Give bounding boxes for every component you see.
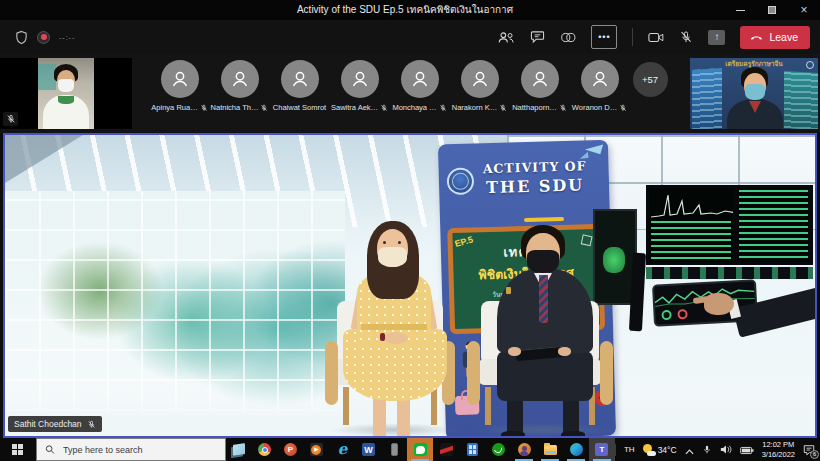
guest-leg	[373, 399, 386, 438]
teams-icon: T	[595, 443, 608, 456]
self-video	[38, 58, 94, 129]
calculator-icon	[467, 443, 478, 456]
participant-item[interactable]: Natthaporn…	[513, 60, 567, 112]
participant-mic-muted-icon	[380, 104, 388, 112]
taskbar-file-explorer[interactable]	[537, 438, 563, 461]
mic-muted-button[interactable]	[679, 30, 693, 44]
leave-label: Leave	[769, 31, 798, 43]
meeting-status: --:--	[15, 20, 75, 54]
window-controls: ×	[724, 0, 820, 20]
toolbar-divider	[632, 28, 633, 46]
taskbar-powerpoint[interactable]: P	[278, 438, 304, 461]
tray-mic-button[interactable]	[702, 441, 712, 459]
battery-icon	[740, 446, 754, 455]
search-input[interactable]	[61, 444, 217, 456]
start-button[interactable]	[0, 438, 36, 461]
participant-item[interactable]: Narakorn K…	[453, 60, 507, 112]
avatar	[161, 60, 199, 98]
self-video-thumbnail[interactable]	[0, 58, 132, 129]
notification-badge: 6	[810, 450, 819, 459]
host-striped-tie	[539, 275, 548, 323]
participant-item[interactable]: Apinya Rua…	[153, 60, 207, 112]
participant-name-row: Sawitra Aek…	[331, 103, 388, 112]
participant-item[interactable]: Sawitra Aek…	[333, 60, 387, 112]
participant-mic-muted-icon	[619, 104, 627, 112]
poster-title-line1: ACTIVITY OF	[468, 158, 600, 177]
tray-battery-button[interactable]	[740, 441, 754, 459]
tray-expand-button[interactable]	[685, 441, 694, 459]
maximize-button[interactable]	[756, 0, 788, 20]
show-participants-button[interactable]	[497, 31, 515, 44]
active-speaker-name-tag: Sathit Choedchan	[8, 416, 102, 432]
taskbar-clock[interactable]: 12:02 PM 3/16/2022	[762, 440, 795, 460]
participant-name-row: Natnicha Th…	[211, 103, 269, 112]
speaker-icon	[720, 444, 732, 455]
taskbar-calculator[interactable]	[459, 438, 485, 461]
poster-title: ACTIVITY OF THE SDU	[468, 158, 601, 198]
taskbar-word[interactable]: W	[355, 438, 381, 461]
taskbar-teams[interactable]: T	[589, 438, 615, 461]
language-indicator[interactable]: TH	[624, 445, 635, 454]
thumbnail-status-icon	[806, 61, 814, 69]
poster-title-underline	[524, 217, 564, 222]
participant-name: Monchaya …	[392, 103, 436, 112]
taskbar-line-app[interactable]	[407, 438, 433, 461]
tray-mic-icon	[702, 444, 712, 455]
record-dot-icon	[41, 34, 47, 40]
taskbar-people-app[interactable]	[511, 438, 537, 461]
speaker-mic-muted-icon	[87, 420, 96, 429]
host-video-thumbnail[interactable]: เตรียมครูรักภาษาจีน	[690, 58, 818, 129]
minimize-button[interactable]	[724, 0, 756, 20]
temperature-label: 34°C	[658, 445, 677, 455]
taskbar-task-view[interactable]	[226, 438, 252, 461]
host-shoe	[561, 431, 585, 438]
taskbar-edge[interactable]	[563, 438, 589, 461]
taskbar-xbox[interactable]	[485, 438, 511, 461]
mobile-device-icon	[391, 443, 398, 456]
chair-leg	[485, 387, 491, 425]
person-silhouette-icon	[589, 68, 611, 90]
participant-name: Natthaporn…	[512, 103, 557, 112]
participant-name-row: Narakorn K…	[452, 103, 507, 112]
leave-button[interactable]: Leave	[740, 26, 810, 49]
taskbar-internet-explorer[interactable]: e	[329, 438, 355, 461]
logo-inner-ring	[452, 173, 469, 190]
system-tray: TH 34°C 12:02 PM 3/16/2022	[615, 438, 820, 461]
task-view-icon	[233, 443, 245, 456]
participant-name: Narakorn K…	[452, 103, 497, 112]
taskbar-media-player[interactable]: ▶	[304, 438, 330, 461]
edge-icon	[570, 443, 583, 456]
chair-armrest	[325, 341, 338, 405]
participant-item[interactable]: Chaiwat Somrot	[273, 60, 327, 112]
participant-item[interactable]: Monchaya …	[393, 60, 447, 112]
taskbar-graphics-app[interactable]	[433, 438, 459, 461]
taskbar-search[interactable]	[36, 438, 226, 461]
main-video-tile[interactable]: ACTIVITY OF THE SDU EP.5 เทคนิค พิชิตเงิ…	[3, 133, 817, 438]
trading-panel-right	[737, 188, 810, 262]
guest-eye	[383, 241, 386, 244]
guest-eye	[398, 241, 401, 244]
more-participants-badge[interactable]: +57	[633, 62, 668, 97]
person-silhouette-icon	[409, 68, 431, 90]
clock-time: 12:02 PM	[762, 440, 795, 450]
participant-name: Chaiwat Somrot	[273, 103, 326, 112]
taskbar-chrome[interactable]	[252, 438, 278, 461]
weather-widget[interactable]: 34°C	[643, 444, 677, 455]
chat-button[interactable]	[530, 30, 545, 44]
reactions-button[interactable]	[560, 31, 576, 44]
participant-mic-muted-icon	[439, 104, 447, 112]
more-actions-button[interactable]: •••	[591, 25, 617, 49]
line-icon	[414, 443, 427, 456]
guest-dress-belt	[361, 324, 427, 330]
person-silhouette-icon	[469, 68, 491, 90]
participant-item[interactable]: Woranon D…	[573, 60, 627, 112]
taskbar-mobile-device[interactable]	[381, 438, 407, 461]
share-tray-button[interactable]: ↑	[708, 30, 725, 45]
participant-item[interactable]: Natnicha Th…	[213, 60, 267, 112]
tray-volume-button[interactable]	[720, 441, 732, 459]
host-leg	[563, 397, 579, 435]
background-building-left	[692, 68, 722, 129]
close-button[interactable]: ×	[788, 0, 820, 20]
camera-button[interactable]	[648, 32, 664, 43]
action-center-button[interactable]: 6	[803, 444, 815, 456]
